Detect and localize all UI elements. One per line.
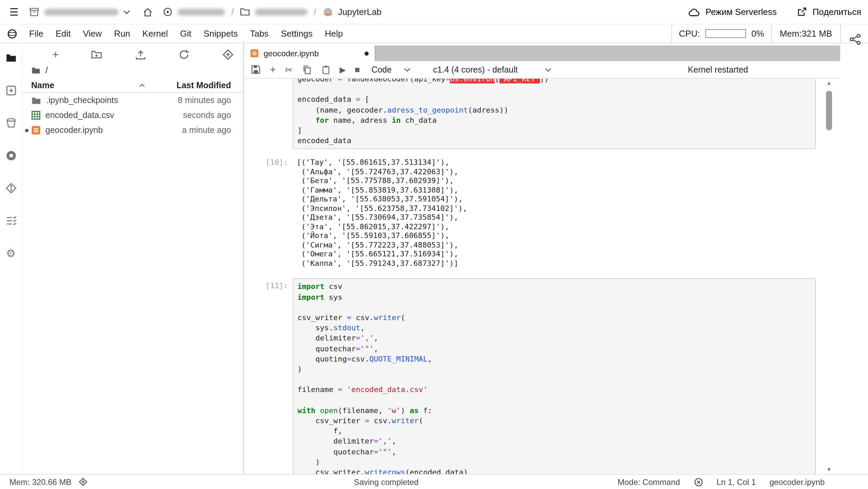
share-button[interactable]: Поделиться [797,7,861,17]
menu-kernel[interactable]: Kernel [136,24,174,43]
cloud-folder-switcher[interactable] [29,7,130,17]
menu-snippets[interactable]: Snippets [198,24,244,43]
breadcrumb-jupyterlab[interactable]: JupyterLab [322,6,381,17]
git-icon[interactable] [5,182,17,194]
cell-text: import csv import sys csv_writer = csv.w… [293,279,815,474]
active-file-name: geocoder.ipynb [769,477,825,487]
cell-type-dropdown[interactable]: Code [369,64,413,75]
target-circle-icon [163,7,173,17]
redacted-text [255,8,308,15]
cell-output-area: [('Тау', '[55.861615,37.513134]'), ('Аль… [293,156,816,271]
interrupt-kernel-icon[interactable]: ■ [355,65,360,74]
menu-file[interactable]: File [23,24,49,43]
new-launcher-icon[interactable]: + [52,48,59,60]
new-folder-icon[interactable] [91,48,103,60]
right-sidebar-strip [840,43,868,474]
menu-tabs[interactable]: Tabs [244,24,275,43]
scroll-down-arrow[interactable]: ▼ [825,467,833,473]
folder-icon [240,7,250,17]
notebook-toolbar: + ✂ ▶ ■ Code c1.4 (4 cores) - default [244,61,840,79]
cut-cell-icon[interactable]: ✂ [285,65,293,74]
menu-settings[interactable]: Settings [275,24,319,43]
circle-x-icon[interactable] [694,477,703,487]
hamburger-menu-icon[interactable]: ☰ [9,6,19,18]
tab-label: geocoder.ipynb [264,48,360,58]
cpu-percent: 0% [751,28,764,39]
running-kernel-dot [25,129,28,132]
share-graph-icon[interactable] [849,33,861,45]
divider [840,24,841,43]
refresh-icon[interactable] [179,48,190,60]
menu-edit[interactable]: Edit [49,24,77,43]
cell-editor[interactable]: import csv import sys csv_writer = csv.w… [293,278,816,474]
memory-indicator: Mem:321 MB [771,28,840,39]
file-browser-breadcrumb[interactable]: / [22,63,243,78]
unsaved-changes-dot[interactable] [365,51,369,55]
cell-editor[interactable]: geocoder = YandexGeocoder(api_key=os.env… [293,79,816,150]
folder-icon [31,95,41,105]
file-modified: 8 minutes ago [178,96,231,105]
menu-view[interactable]: View [77,24,108,43]
running-sessions-icon[interactable] [5,149,17,161]
file-row-checkpoints[interactable]: .ipynb_checkpoints 8 minutes ago [22,93,243,108]
file-row-csv[interactable]: encoded_data.csv seconds ago [22,108,243,123]
tab-bar: geocoder.ipynb [244,45,840,61]
notebook-icon [250,49,259,58]
file-name: encoded_data.csv [45,111,114,120]
jupyterlab-logo [322,6,333,17]
kernel-status-text: Kernel restarted [688,65,748,74]
status-bar: Mem: 320.66 MB Saving completed Mode: Co… [0,474,868,489]
notebook-code-cell[interactable]: [11]:import csv import sys csv_writer = … [244,275,816,474]
cell-text: [('Тау', '[55.861615,37.513134]'), ('Аль… [293,156,816,271]
box-plus-icon[interactable] [5,84,17,96]
cloud-icon [688,7,700,17]
notebook-code-cell[interactable]: geocoder = YandexGeocoder(api_key=os.env… [244,79,816,153]
kernel-dropdown[interactable]: c1.4 (4 cores) - default [430,64,554,75]
paste-cell-icon[interactable] [321,64,331,75]
save-status: Saving completed [354,477,419,487]
left-sidebar-strip: ⚙ [0,43,22,474]
file-name: .ipynb_checkpoints [46,96,118,105]
file-row-notebook[interactable]: geocoder.ipynb a minute ago [22,123,243,138]
scroll-up-arrow[interactable]: ▲ [825,80,833,86]
upload-icon[interactable] [135,48,146,60]
serverless-label: Режим Serverless [705,7,777,17]
notebook-scrollbar[interactable]: ▲ ▼ [825,80,833,473]
breadcrumb-folder[interactable] [240,7,308,17]
mode-indicator[interactable]: Mode: Command [618,477,680,487]
cell-prompt: [10]: [244,156,293,271]
gears-icon[interactable]: ⚙ [5,247,17,259]
cursor-position[interactable]: Ln 1, Col 1 [717,477,756,487]
add-cell-icon[interactable]: + [270,64,276,75]
breadcrumb-separator: / [314,7,316,17]
file-browser-icon[interactable] [5,52,17,64]
column-last-modified[interactable]: Last Modified [177,80,231,90]
menu-git[interactable]: Git [174,24,198,43]
redacted-text [178,8,225,15]
menu-help[interactable]: Help [319,24,349,43]
menu-run[interactable]: Run [108,24,137,43]
share-icon [797,7,807,17]
run-cell-icon[interactable]: ▶ [339,65,346,74]
notebook-output-cell[interactable]: [10]:[('Тау', '[55.861615,37.513134]'), … [244,153,816,275]
cpu-usage-bar [705,29,746,38]
cell-type-value: Code [371,65,392,74]
git-diamond-icon[interactable] [78,477,88,487]
checklist-icon[interactable] [5,214,17,227]
copy-cell-icon[interactable] [302,64,312,75]
tab-geocoder-ipynb[interactable]: geocoder.ipynb [244,45,375,61]
breadcrumb-root: / [45,66,48,75]
save-icon[interactable] [251,64,261,75]
breadcrumb-project[interactable] [163,7,225,17]
kernel-name: c1.4 (4 cores) - default [433,65,518,74]
home-icon[interactable] [143,6,153,17]
git-clone-icon[interactable] [222,48,234,60]
sort-caret-icon [139,83,145,87]
serverless-mode-button[interactable]: Режим Serverless [688,7,777,17]
scrollbar-thumb[interactable] [826,91,832,130]
column-name[interactable]: Name [31,80,54,90]
cell-prompt [244,79,293,150]
cell-text: geocoder = YandexGeocoder(api_key=os.env… [293,79,815,149]
main-dock-panel: geocoder.ipynb + ✂ ▶ ■ Cod [244,43,840,474]
bucket-icon[interactable] [5,117,17,129]
